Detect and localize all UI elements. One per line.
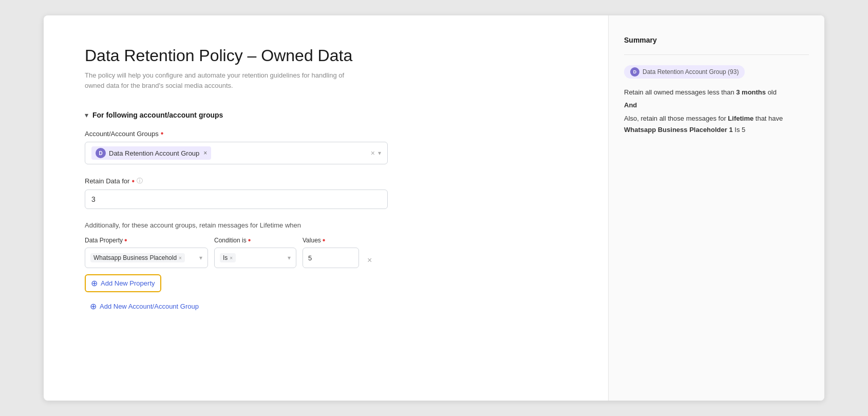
retain-info-icon[interactable]: ⓘ <box>137 177 143 185</box>
chevron-down-icon: ▾ <box>85 111 88 119</box>
dp-controls: ▾ <box>199 254 202 261</box>
summary-line2-mid: that have <box>753 115 783 122</box>
summary-line2-end: Is 5 <box>733 126 746 134</box>
main-content: Data Retention Policy – Owned Data The p… <box>44 15 609 401</box>
select-controls: × ▾ <box>371 149 381 157</box>
add-new-account-label: Add New Account/Account Group <box>100 302 199 310</box>
summary-line1-bold: 3 months <box>736 88 766 96</box>
condition-label: Condition is • <box>214 236 296 244</box>
retain-field-group: Retain Data for • ⓘ <box>85 177 567 209</box>
retain-required-indicator: • <box>131 177 135 185</box>
select-clear-icon[interactable]: × <box>371 149 375 157</box>
dp-required: • <box>124 236 127 244</box>
values-col: Values • <box>303 236 359 268</box>
data-property-select[interactable]: Whatsapp Business Placehold × ▾ <box>85 248 208 268</box>
cond-controls: ▾ <box>288 254 291 261</box>
values-label: Values • <box>303 236 359 244</box>
summary-line1: Retain all owned messages less than 3 mo… <box>624 87 809 98</box>
add-new-account-button[interactable]: ⊕ Add New Account/Account Group <box>85 298 204 314</box>
condition-col: Condition is • Is × ▾ <box>214 236 296 268</box>
summary-line2-bold2: Whatsapp Business Placeholder 1 <box>624 126 733 134</box>
section-title: For following account/account groups <box>92 111 223 119</box>
summary-line2-start: Also, retain all those messages for <box>624 115 728 122</box>
data-property-tag-label: Whatsapp Business Placehold <box>93 254 177 261</box>
summary-title: Summary <box>624 36 809 44</box>
summary-panel: Summary D Data Retention Account Group (… <box>609 15 824 401</box>
summary-tag-avatar: D <box>630 67 639 77</box>
account-tag-label: Data Retention Account Group <box>109 149 199 157</box>
summary-line2-bold1: Lifetime <box>728 115 753 122</box>
page-subtitle: The policy will help you configure and a… <box>85 70 352 90</box>
val-required: • <box>323 236 326 244</box>
cond-required: • <box>248 236 251 244</box>
add-property-plus-icon: ⊕ <box>91 278 98 288</box>
account-tag: D Data Retention Account Group × <box>91 146 211 160</box>
account-select-box[interactable]: D Data Retention Account Group × × ▾ <box>85 142 388 164</box>
account-tag-avatar: D <box>96 148 106 158</box>
account-tag-remove-icon[interactable]: × <box>203 149 207 157</box>
section-toggle[interactable]: ▾ For following account/account groups <box>85 111 567 119</box>
account-field-group: Account/Account Groups • D Data Retentio… <box>85 129 567 164</box>
retain-data-input[interactable] <box>85 190 388 209</box>
lifetime-section-label: Additionally, for these account groups, … <box>85 221 388 229</box>
condition-tag-label: Is <box>223 254 228 261</box>
values-input[interactable] <box>303 248 359 268</box>
condition-tag-remove[interactable]: × <box>230 255 233 261</box>
page-title: Data Retention Policy – Owned Data <box>85 46 567 65</box>
account-field-label: Account/Account Groups • <box>85 129 567 138</box>
data-property-tag: Whatsapp Business Placehold × <box>90 253 185 262</box>
data-property-select-content: Whatsapp Business Placehold × <box>90 253 199 262</box>
retain-field-label: Retain Data for • ⓘ <box>85 177 567 185</box>
data-property-col: Data Property • Whatsapp Business Placeh… <box>85 236 208 268</box>
summary-line2: Also, retain all those messages for Life… <box>624 113 809 136</box>
summary-account-tag: D Data Retention Account Group (93) <box>624 65 745 79</box>
add-account-plus-icon: ⊕ <box>90 301 97 311</box>
condition-select-content: Is × <box>220 253 288 262</box>
select-dropdown-icon[interactable]: ▾ <box>378 149 381 157</box>
condition-tag: Is × <box>220 253 236 262</box>
summary-divider <box>624 54 809 55</box>
add-new-property-label: Add New Property <box>101 279 155 287</box>
summary-and-label: And <box>624 101 809 109</box>
dp-dropdown-icon[interactable]: ▾ <box>199 254 202 261</box>
required-indicator: • <box>161 129 164 138</box>
account-select-inner: D Data Retention Account Group × <box>91 146 371 160</box>
summary-line1-end: old <box>766 88 777 96</box>
summary-line1-start: Retain all owned messages less than <box>624 88 736 96</box>
summary-tag-text: Data Retention Account Group (93) <box>643 68 739 75</box>
data-property-label: Data Property • <box>85 236 208 244</box>
data-property-tag-remove[interactable]: × <box>179 255 182 261</box>
remove-row-button[interactable]: × <box>365 254 374 267</box>
cond-dropdown-icon[interactable]: ▾ <box>288 254 291 261</box>
property-row: Data Property • Whatsapp Business Placeh… <box>85 236 567 268</box>
condition-select[interactable]: Is × ▾ <box>214 248 296 268</box>
add-new-property-button[interactable]: ⊕ Add New Property <box>85 274 161 292</box>
